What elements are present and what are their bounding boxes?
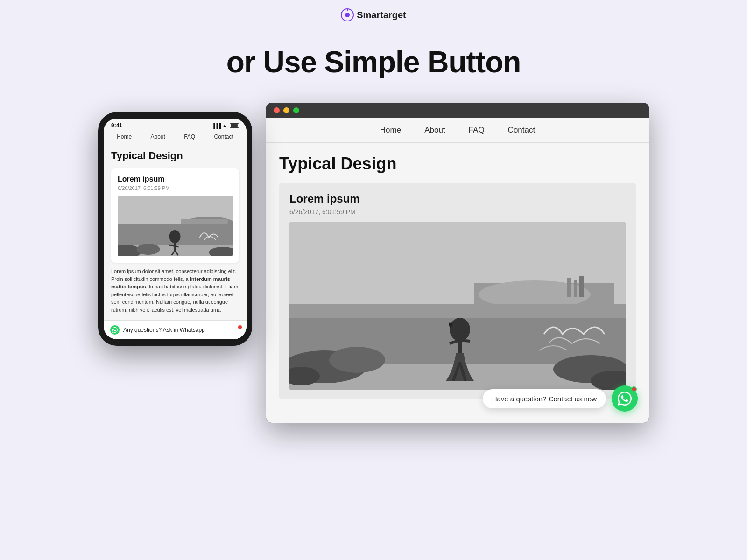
browser-whatsapp-container: Have a question? Contact us now [483,385,638,412]
wifi-icon: ▲ [222,123,227,128]
phone-card: Lorem ipsum 6/26/2017, 6:01:59 PM [111,168,239,263]
browser-nav-faq[interactable]: FAQ [469,126,485,135]
svg-rect-24 [289,304,626,318]
phone-nav-contact[interactable]: Contact [214,133,233,140]
browser-titlebar [266,103,649,118]
logo-text: Smartarget [357,10,406,21]
svg-point-30 [450,318,470,341]
browser-nav-home[interactable]: Home [380,126,401,135]
svg-point-1 [345,13,350,17]
phone-frame: 9:41 ▐▐▐ ▲ Home About FAQ Contact [98,112,252,346]
browser-close-button[interactable] [274,107,280,113]
phone-nav-faq[interactable]: FAQ [184,133,195,140]
browser-screen: Home About FAQ Contact Typical Design Lo… [266,118,649,423]
battery-icon [230,123,239,128]
phone-nav: Home About FAQ Contact [104,131,247,143]
logo: Smartarget [341,8,406,21]
browser-nav-contact[interactable]: Contact [508,126,536,135]
signal-icon: ▐▐▐ [212,123,220,128]
whatsapp-icon [618,392,632,406]
phone-whatsapp-text: Any questions? Ask in Whatsapp [123,327,205,333]
browser-card-image [289,222,626,390]
browser-frame: Home About FAQ Contact Typical Design Lo… [266,103,649,423]
svg-rect-22 [579,276,584,297]
phone-nav-about[interactable]: About [150,133,165,140]
phone-content: Typical Design Lorem ipsum 6/26/2017, 6:… [104,143,247,320]
phone-whatsapp-icon [110,325,120,335]
browser-whatsapp-button[interactable] [612,385,638,412]
mobile-phone-wrapper: 9:41 ▐▐▐ ▲ Home About FAQ Contact [98,112,252,346]
svg-point-26 [329,347,385,373]
svg-point-9 [137,244,160,255]
browser-card-title: Lorem ipsum [289,192,626,205]
browser-card: Lorem ipsum 6/26/2017, 6:01:59 PM [279,183,636,399]
svg-point-11 [169,230,181,243]
phone-card-image [118,196,233,256]
browser-wrapper: Home About FAQ Contact Typical Design Lo… [266,103,649,423]
browser-whatsapp-tooltip[interactable]: Have a question? Contact us now [483,389,606,408]
page-main-heading: or Use Simple Button [226,45,521,79]
smartarget-logo-icon [341,8,354,21]
phone-notification-dot [238,325,242,329]
phone-status-right: ▐▐▐ ▲ [212,123,239,128]
phone-body-text: Lorem ipsum dolor sit amet, consectetur … [111,267,239,314]
phone-card-title: Lorem ipsum [118,175,233,183]
phone-status-bar: 9:41 ▐▐▐ ▲ [104,119,247,131]
browser-minimize-button[interactable] [283,107,289,113]
browser-nav: Home About FAQ Contact [266,118,649,143]
devices-container: 9:41 ▐▐▐ ▲ Home About FAQ Contact [0,103,747,423]
phone-screen: 9:41 ▐▐▐ ▲ Home About FAQ Contact [104,119,247,339]
phone-page-title: Typical Design [111,150,239,162]
browser-card-date: 6/26/2017, 6:01:59 PM [289,208,626,216]
phone-nav-home[interactable]: Home [117,133,132,140]
phone-card-date: 6/26/2017, 6:01:59 PM [118,185,233,191]
svg-rect-20 [567,278,571,297]
browser-notification-dot [631,386,637,392]
browser-nav-about[interactable]: About [424,126,445,135]
phone-whatsapp-bar[interactable]: Any questions? Ask in Whatsapp [104,320,247,339]
browser-page-title: Typical Design [279,154,636,174]
browser-maximize-button[interactable] [293,107,299,113]
browser-content: Typical Design Lorem ipsum 6/26/2017, 6:… [266,143,649,423]
svg-line-33 [460,340,470,341]
svg-rect-21 [574,280,577,297]
phone-card-image-inner [118,196,233,256]
phone-time: 9:41 [111,122,122,129]
top-bar: Smartarget [0,0,747,26]
